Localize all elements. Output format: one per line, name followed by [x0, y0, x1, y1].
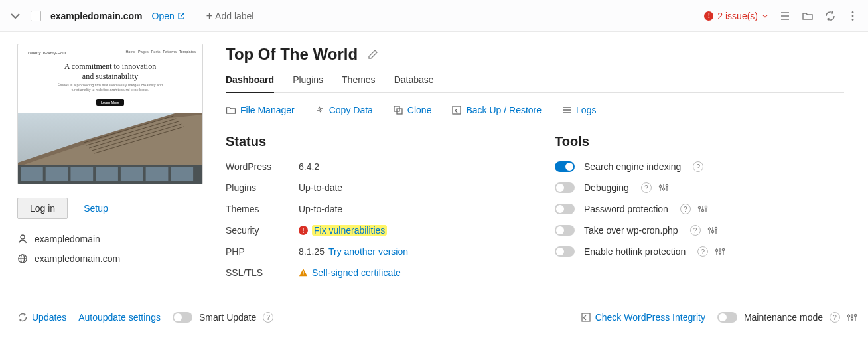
right-column: Top Of The World Dashboard Plugins Theme…: [226, 44, 857, 278]
status-themes-label: Themes: [226, 204, 299, 214]
tab-dashboard[interactable]: Dashboard: [226, 72, 274, 93]
external-link-icon: [177, 12, 185, 20]
add-label-text: Add label: [215, 11, 253, 21]
edit-title-icon[interactable]: [367, 48, 379, 60]
svg-point-5: [852, 19, 854, 21]
kebab-menu-icon[interactable]: [847, 10, 859, 22]
user-icon: [17, 234, 28, 244]
tool-search-engine-indexing: Search engine indexing ?: [555, 161, 844, 172]
svg-rect-17: [96, 167, 118, 181]
action-copy-data[interactable]: Copy Data: [315, 105, 373, 115]
setup-link[interactable]: Setup: [84, 203, 108, 214]
tool-password-protection: Password protection ?: [555, 204, 844, 214]
domain-name: exampledomain.com: [50, 11, 143, 21]
updates-link[interactable]: Updates: [17, 312, 66, 323]
help-icon[interactable]: ?: [690, 225, 701, 236]
status-heading: Status: [226, 134, 515, 149]
svg-rect-19: [146, 167, 169, 181]
open-site-link[interactable]: Open: [152, 11, 185, 21]
status-themes-value: Up-to-date: [299, 204, 515, 214]
ssl-cert-link[interactable]: Self-signed certificate: [312, 267, 401, 278]
svg-point-63: [854, 314, 856, 316]
fix-vulnerabilities-link[interactable]: Fix vulnerabilities: [312, 225, 387, 236]
help-icon[interactable]: ?: [697, 246, 708, 257]
sliders-icon[interactable]: [715, 246, 725, 257]
autoupdate-link[interactable]: Autoupdate settings: [78, 312, 161, 323]
toggle-debugging[interactable]: [555, 182, 575, 193]
status-wordpress-value: 6.4.2: [299, 161, 515, 172]
status-php-label: PHP: [226, 246, 299, 257]
svg-point-48: [708, 228, 710, 230]
plus-icon: +: [206, 11, 212, 21]
svg-point-36: [659, 185, 661, 187]
sliders-icon[interactable]: [847, 312, 857, 323]
svg-point-37: [662, 188, 664, 190]
preview-nav: HomePagesPostsPatternsTemplates: [125, 50, 196, 54]
svg-rect-32: [303, 275, 303, 275]
folder-icon[interactable]: [802, 10, 814, 22]
site-url-row: exampledomain.com: [17, 253, 203, 264]
toggle-hotlink-protection[interactable]: [555, 246, 575, 257]
owner-row: exampledomain: [17, 234, 203, 244]
issues-indicator[interactable]: ! 2 issue(s): [704, 11, 768, 21]
svg-rect-27: [453, 106, 461, 114]
toggle-smart-update[interactable]: [173, 312, 192, 323]
svg-point-54: [716, 249, 718, 251]
action-logs[interactable]: Logs: [561, 105, 596, 115]
smart-update-row: Smart Update ?: [173, 312, 273, 323]
toggle-wp-cron[interactable]: [555, 225, 575, 236]
svg-point-3: [852, 11, 854, 13]
action-backup[interactable]: Back Up / Restore: [451, 105, 542, 115]
toggle-password-protection[interactable]: [555, 204, 575, 214]
status-ssl-label: SSL/TLS: [226, 267, 299, 278]
help-icon[interactable]: ?: [641, 182, 652, 193]
help-icon[interactable]: ?: [263, 312, 273, 323]
status-ssl-value: Self-signed certificate: [299, 267, 515, 278]
warning-icon: [299, 268, 308, 277]
page-title: Top Of The World: [226, 45, 358, 64]
tool-hotlink-protection: Enable hotlink protection ?: [555, 246, 844, 257]
status-panel: Status WordPress 6.4.2 Plugins Up-to-dat…: [226, 134, 515, 278]
help-icon[interactable]: ?: [693, 161, 703, 172]
sliders-icon[interactable]: [707, 225, 718, 236]
php-try-another-link[interactable]: Try another version: [328, 246, 408, 257]
add-label-button[interactable]: + Add label: [206, 11, 254, 21]
action-clone[interactable]: Clone: [393, 105, 432, 115]
status-security-label: Security: [226, 225, 299, 236]
logs-icon: [561, 105, 572, 115]
site-preview[interactable]: Twenty Twenty-Four HomePagesPostsPattern…: [17, 44, 203, 184]
login-button[interactable]: Log in: [17, 198, 68, 219]
tabs: Dashboard Plugins Themes Database: [226, 72, 844, 93]
tab-plugins[interactable]: Plugins: [293, 72, 323, 92]
tab-database[interactable]: Database: [394, 72, 434, 92]
toggle-search-engine-indexing[interactable]: [555, 161, 575, 172]
svg-rect-18: [121, 167, 143, 181]
alert-icon: !: [704, 11, 713, 21]
select-site-checkbox[interactable]: [31, 11, 41, 21]
toggle-maintenance[interactable]: [717, 312, 737, 323]
issues-text: 2 issue(s): [717, 11, 758, 21]
list-view-icon[interactable]: [779, 10, 791, 22]
maintenance-row: Maintenance mode ?: [717, 312, 857, 323]
svg-point-43: [701, 209, 703, 211]
tab-themes[interactable]: Themes: [342, 72, 376, 92]
help-icon[interactable]: ?: [680, 204, 691, 214]
preview-cta: Learn More: [96, 99, 124, 106]
action-file-manager[interactable]: File Manager: [226, 105, 295, 115]
svg-point-4: [852, 15, 854, 17]
backup-icon: [451, 105, 462, 115]
svg-point-44: [705, 206, 707, 208]
sliders-icon[interactable]: [658, 182, 669, 193]
status-php-value: 8.1.25 Try another version: [299, 246, 515, 257]
collapse-caret-icon[interactable]: [9, 10, 21, 22]
svg-rect-15: [46, 167, 68, 181]
integrity-link[interactable]: Check WordPress Integrity: [581, 312, 705, 323]
status-security-value: ! Fix vulnerabilities: [299, 225, 515, 236]
sync-icon[interactable]: [824, 10, 836, 22]
svg-point-55: [719, 252, 721, 253]
smart-update-label: Smart Update: [199, 312, 256, 323]
check-in-box-icon: [581, 312, 591, 323]
tools-panel: Tools Search engine indexing ? Debugging…: [555, 134, 844, 278]
help-icon[interactable]: ?: [830, 312, 840, 323]
sliders-icon[interactable]: [697, 204, 708, 214]
